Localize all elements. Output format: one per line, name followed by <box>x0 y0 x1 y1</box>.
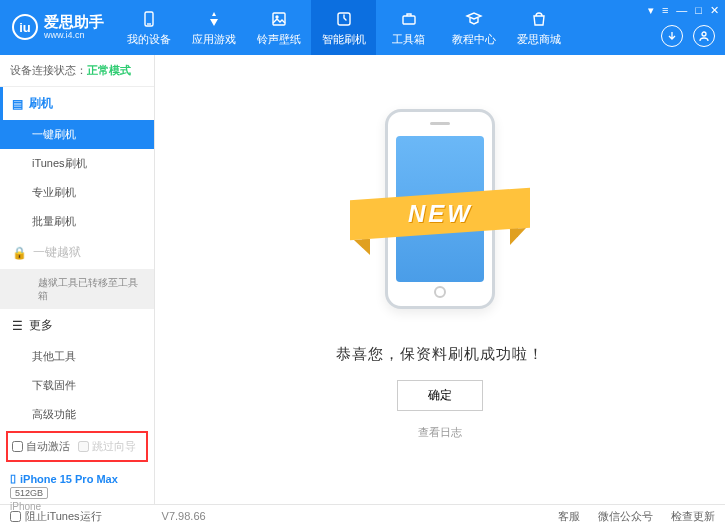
logo[interactable]: iu 爱思助手 www.i4.cn <box>0 14 116 40</box>
new-ribbon: NEW <box>350 188 530 241</box>
flash-icon <box>334 9 354 29</box>
sidebar-item-advanced[interactable]: 高级功能 <box>0 400 154 429</box>
logo-icon: iu <box>12 14 38 40</box>
menu-icon[interactable]: ≡ <box>662 4 668 17</box>
activation-options: 自动激活 跳过向导 <box>6 431 148 462</box>
svg-point-6 <box>702 32 706 36</box>
success-illustration: NEW <box>360 99 520 329</box>
nav-flash[interactable]: 智能刷机 <box>311 0 376 55</box>
sidebar-section-more[interactable]: ☰更多 <box>0 309 154 342</box>
footer-wechat[interactable]: 微信公众号 <box>598 509 653 524</box>
sidebar-item-pro[interactable]: 专业刷机 <box>0 178 154 207</box>
toolbox-icon <box>399 9 419 29</box>
main-nav: 我的设备 应用游戏 铃声壁纸 智能刷机 工具箱 教程中心 爱思商城 <box>116 0 725 55</box>
phone-icon: ▯ <box>10 472 16 485</box>
lock-icon: 🔒 <box>12 246 27 260</box>
view-log-link[interactable]: 查看日志 <box>418 425 462 440</box>
nav-tutorials[interactable]: 教程中心 <box>441 0 506 55</box>
nav-apps[interactable]: 应用游戏 <box>181 0 246 55</box>
svg-rect-2 <box>273 13 285 25</box>
user-icon[interactable] <box>693 25 715 47</box>
download-icon[interactable] <box>661 25 683 47</box>
more-icon: ☰ <box>12 319 23 333</box>
sidebar-item-batch[interactable]: 批量刷机 <box>0 207 154 236</box>
block-itunes-checkbox[interactable]: 阻止iTunes运行 <box>10 509 102 524</box>
version-label: V7.98.66 <box>162 510 206 522</box>
svg-rect-5 <box>403 16 415 24</box>
app-title: 爱思助手 <box>44 14 104 31</box>
sidebar: 设备连接状态：正常模式 ▤刷机 一键刷机 iTunes刷机 专业刷机 批量刷机 … <box>0 55 155 504</box>
svg-point-3 <box>276 16 278 18</box>
skip-setup-checkbox[interactable]: 跳过向导 <box>78 439 136 454</box>
device-name[interactable]: ▯iPhone 15 Pro Max <box>10 472 144 485</box>
main-content: NEW 恭喜您，保资料刷机成功啦！ 确定 查看日志 <box>155 55 725 504</box>
tutorial-icon <box>464 9 484 29</box>
nav-ringtones[interactable]: 铃声壁纸 <box>246 0 311 55</box>
footer-support[interactable]: 客服 <box>558 509 580 524</box>
wallpaper-icon <box>269 9 289 29</box>
sidebar-section-flash[interactable]: ▤刷机 <box>0 87 154 120</box>
nav-store[interactable]: 爱思商城 <box>506 0 571 55</box>
device-icon <box>139 9 159 29</box>
maximize-icon[interactable]: □ <box>695 4 702 17</box>
connection-status: 设备连接状态：正常模式 <box>0 55 154 87</box>
nav-toolbox[interactable]: 工具箱 <box>376 0 441 55</box>
footer-update[interactable]: 检查更新 <box>671 509 715 524</box>
apps-icon <box>204 9 224 29</box>
app-subtitle: www.i4.cn <box>44 31 104 41</box>
titlebar: iu 爱思助手 www.i4.cn 我的设备 应用游戏 铃声壁纸 智能刷机 工具… <box>0 0 725 55</box>
minimize-icon[interactable]: — <box>676 4 687 17</box>
sidebar-item-tools[interactable]: 其他工具 <box>0 342 154 371</box>
store-icon <box>529 9 549 29</box>
close-icon[interactable]: ✕ <box>710 4 719 17</box>
dropdown-icon[interactable]: ▾ <box>648 4 654 17</box>
auto-activate-checkbox[interactable]: 自动激活 <box>12 439 70 454</box>
sidebar-section-jailbreak[interactable]: 🔒一键越狱 <box>0 236 154 269</box>
ok-button[interactable]: 确定 <box>397 380 483 411</box>
window-controls: ▾ ≡ — □ ✕ <box>648 4 719 17</box>
sidebar-item-itunes[interactable]: iTunes刷机 <box>0 149 154 178</box>
success-message: 恭喜您，保资料刷机成功啦！ <box>336 345 544 364</box>
sidebar-item-firmware[interactable]: 下载固件 <box>0 371 154 400</box>
nav-my-device[interactable]: 我的设备 <box>116 0 181 55</box>
storage-badge: 512GB <box>10 487 48 499</box>
sidebar-jailbreak-note: 越狱工具已转移至工具箱 <box>0 269 154 309</box>
list-icon: ▤ <box>12 97 23 111</box>
sidebar-item-oneclick[interactable]: 一键刷机 <box>0 120 154 149</box>
